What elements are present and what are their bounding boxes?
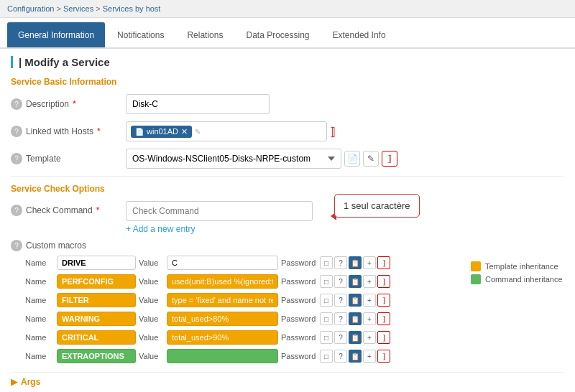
macros-right: Template inheritance Command inheritance [471, 240, 564, 368]
legend-command-color [471, 274, 481, 284]
macro-value-label-extraoptions: Value [139, 352, 164, 360]
add-entry-link[interactable]: + Add a new entry [126, 224, 195, 234]
template-view-icon[interactable]: 📄 [344, 151, 360, 167]
macro-name-input-perfconfig[interactable] [57, 274, 136, 289]
macro-add-warning[interactable]: + [363, 312, 376, 325]
macro-password-label-warning: Password [281, 314, 317, 323]
template-help-icon[interactable]: ? [11, 153, 22, 164]
macro-checkbox-perfconfig[interactable]: □ [320, 275, 333, 288]
basic-info-title: Service Basic Information [11, 77, 564, 87]
args-collapse-icon[interactable]: ▶ [11, 377, 17, 387]
check-command-help-icon[interactable]: ? [11, 205, 22, 216]
macro-name-label-warning: Name [25, 314, 54, 323]
macro-checkbox-drive[interactable]: □ [320, 256, 333, 269]
macro-checkbox-warning[interactable]: □ [320, 312, 333, 325]
macro-help-warning[interactable]: ? [334, 312, 347, 325]
macro-row-extraoptions: Name Value Password □ ? 📋 + ⟧ [25, 349, 456, 363]
host-remove-icon[interactable]: ✕ [181, 127, 188, 136]
macro-row-critical: Name Value Password □ ? 📋 + ⟧ [25, 330, 456, 345]
check-command-required: * [96, 205, 100, 215]
macro-delete-warning[interactable]: ⟧ [377, 312, 390, 325]
macro-name-input-critical[interactable] [57, 330, 136, 345]
check-command-input[interactable] [126, 201, 313, 221]
linked-hosts-container: 📄 win01AD ✕ ✎ [126, 121, 327, 141]
breadcrumb-services-by-host[interactable]: Services by host [103, 4, 161, 13]
tab-general-information[interactable]: General Information [7, 22, 105, 47]
macro-name-label-drive: Name [25, 258, 54, 267]
macro-value-input-critical[interactable] [167, 330, 278, 345]
tab-notifications[interactable]: Notifications [106, 22, 175, 47]
macro-value-input-warning[interactable] [167, 312, 278, 326]
tabs-bar: General Information Notifications Relati… [0, 18, 575, 49]
macro-help-perfconfig[interactable]: ? [334, 275, 347, 288]
macro-row-perfconfig: Name Value Password □ ? 📋 + ⟧ [25, 274, 456, 289]
linked-hosts-remove-icon[interactable]: ⟧ [330, 125, 336, 139]
macro-copy-drive[interactable]: 📋 [349, 256, 362, 269]
template-remove-icon[interactable]: ⟧ [382, 151, 397, 167]
custom-macros-section: ? Custom macros Name Value Password □ ? … [11, 240, 564, 368]
macro-help-drive[interactable]: ? [334, 256, 347, 269]
macro-help-critical[interactable]: ? [334, 331, 347, 344]
macro-copy-warning[interactable]: 📋 [349, 312, 362, 325]
custom-macros-help-icon[interactable]: ? [11, 240, 22, 251]
macro-help-extraoptions[interactable]: ? [334, 350, 347, 363]
macro-row-drive: Name Value Password □ ? 📋 + ⟧ [25, 256, 456, 270]
macro-name-input-drive[interactable] [57, 256, 136, 270]
macro-actions-filter: □ ? 📋 + ⟧ [320, 294, 390, 307]
macro-delete-extraoptions[interactable]: ⟧ [377, 350, 390, 363]
macro-actions-warning: □ ? 📋 + ⟧ [320, 312, 390, 325]
macro-add-perfconfig[interactable]: + [363, 275, 376, 288]
macro-add-filter[interactable]: + [363, 294, 376, 307]
macro-checkbox-extraoptions[interactable]: □ [320, 350, 333, 363]
template-container: OS-Windows-NSClient05-Disks-NRPE-custom … [126, 149, 397, 169]
macro-name-input-extraoptions[interactable] [57, 349, 136, 363]
macro-row-warning: Name Value Password □ ? 📋 + ⟧ [25, 312, 456, 326]
macro-password-label-filter: Password [281, 296, 317, 304]
macro-delete-filter[interactable]: ⟧ [377, 294, 390, 307]
macro-delete-critical[interactable]: ⟧ [377, 331, 390, 344]
macro-actions-perfconfig: □ ? 📋 + ⟧ [320, 275, 390, 288]
linked-hosts-help-icon[interactable]: ? [11, 126, 22, 137]
tooltip-bubble: 1 seul caractère [334, 194, 420, 218]
tab-data-processing[interactable]: Data Processing [235, 22, 320, 47]
tab-extended-info[interactable]: Extended Info [322, 22, 397, 47]
macro-delete-perfconfig[interactable]: ⟧ [377, 275, 390, 288]
macro-help-filter[interactable]: ? [334, 294, 347, 307]
template-label: ? Template [11, 153, 126, 164]
description-required: * [73, 99, 76, 109]
macro-value-input-drive[interactable] [167, 256, 278, 270]
macro-value-input-extraoptions[interactable] [167, 349, 278, 363]
macro-copy-perfconfig[interactable]: 📋 [349, 275, 362, 288]
macro-copy-critical[interactable]: 📋 [349, 331, 362, 344]
macro-name-input-warning[interactable] [57, 312, 136, 326]
macro-value-input-perfconfig[interactable] [167, 274, 278, 289]
macro-row-filter: Name Value Password □ ? 📋 + ⟧ [25, 293, 456, 307]
macro-delete-drive[interactable]: ⟧ [377, 256, 390, 269]
breadcrumb-configuration[interactable]: Configuration [7, 4, 54, 13]
breadcrumb-services[interactable]: Services [63, 4, 93, 13]
template-edit-icon[interactable]: ✎ [363, 151, 379, 167]
macro-checkbox-filter[interactable]: □ [320, 294, 333, 307]
macro-add-critical[interactable]: + [363, 331, 376, 344]
macro-name-input-filter[interactable] [57, 293, 136, 307]
macro-value-input-filter[interactable] [167, 293, 278, 307]
macro-copy-extraoptions[interactable]: 📋 [349, 350, 362, 363]
legend-command: Command inheritance [471, 274, 564, 284]
custom-macros-label: ? Custom macros [11, 240, 456, 251]
check-command-row: ? Check Command * 1 seul caractère [11, 201, 564, 221]
macro-value-label-critical: Value [139, 333, 164, 342]
legend-template: Template inheritance [471, 261, 564, 271]
tab-relations[interactable]: Relations [176, 22, 234, 47]
macro-checkbox-critical[interactable]: □ [320, 331, 333, 344]
description-input[interactable] [126, 94, 270, 114]
macro-add-drive[interactable]: + [363, 256, 376, 269]
host-icon: 📄 [135, 128, 144, 136]
template-select[interactable]: OS-Windows-NSClient05-Disks-NRPE-custom [126, 149, 341, 169]
macro-add-extraoptions[interactable]: + [363, 350, 376, 363]
legend: Template inheritance Command inheritance [471, 261, 564, 284]
macro-copy-filter[interactable]: 📋 [349, 294, 362, 307]
host-badge: 📄 win01AD ✕ [131, 126, 192, 138]
description-help-icon[interactable]: ? [11, 98, 22, 110]
macro-value-label-drive: Value [139, 258, 164, 267]
macro-password-label-drive: Password [281, 258, 317, 267]
